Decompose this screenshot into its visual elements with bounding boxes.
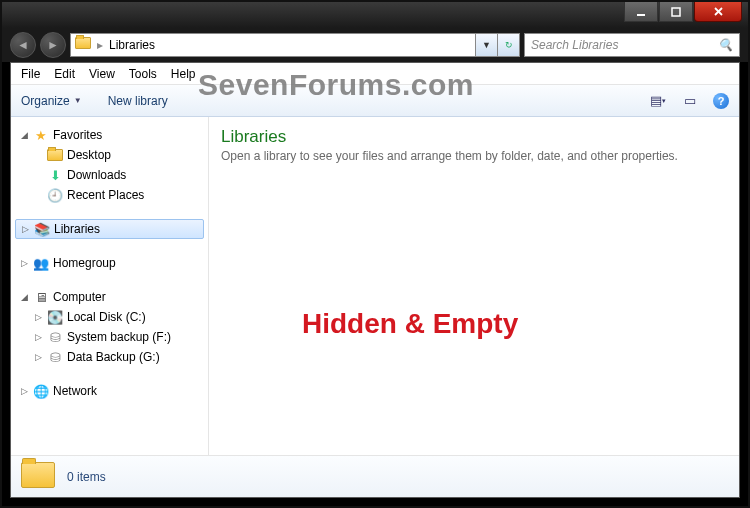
- tree-network[interactable]: ▷🌐Network: [15, 381, 204, 401]
- menu-view[interactable]: View: [89, 67, 115, 81]
- tree-drive-f[interactable]: ▷⛁System backup (F:): [15, 327, 204, 347]
- address-dropdown-button[interactable]: ▼: [476, 33, 498, 57]
- client-area: File Edit View Tools Help Organize▼ New …: [10, 62, 740, 498]
- libraries-icon: [75, 37, 91, 53]
- search-icon: 🔍: [718, 38, 733, 52]
- tree-recent[interactable]: 🕘Recent Places: [15, 185, 204, 205]
- tree-downloads[interactable]: ⬇Downloads: [15, 165, 204, 185]
- content-heading: Libraries: [221, 127, 727, 147]
- tree-favorites[interactable]: ◢★Favorites: [15, 125, 204, 145]
- tree-desktop[interactable]: Desktop: [15, 145, 204, 165]
- titlebar[interactable]: [2, 2, 748, 28]
- refresh-button[interactable]: ↻: [498, 33, 520, 57]
- address-bar[interactable]: ▸ Libraries: [70, 33, 476, 57]
- status-folder-icon: [21, 462, 55, 492]
- status-bar: 0 items: [11, 455, 739, 497]
- organize-button[interactable]: Organize▼: [21, 94, 82, 108]
- explorer-window: ◄ ► ▸ Libraries ▼ ↻ Search Libraries 🔍 F…: [0, 0, 750, 508]
- menu-help[interactable]: Help: [171, 67, 196, 81]
- new-library-button[interactable]: New library: [108, 94, 168, 108]
- close-button[interactable]: [694, 2, 742, 22]
- search-input[interactable]: Search Libraries 🔍: [524, 33, 740, 57]
- tree-homegroup[interactable]: ▷👥Homegroup: [15, 253, 204, 273]
- svg-rect-0: [637, 14, 645, 16]
- menu-bar: File Edit View Tools Help: [11, 63, 739, 85]
- nav-row: ◄ ► ▸ Libraries ▼ ↻ Search Libraries 🔍: [2, 28, 748, 62]
- address-text: Libraries: [109, 38, 155, 52]
- svg-rect-1: [672, 8, 680, 16]
- help-button[interactable]: ?: [713, 93, 729, 109]
- nav-tree[interactable]: ◢★Favorites Desktop ⬇Downloads 🕘Recent P…: [11, 117, 209, 455]
- menu-edit[interactable]: Edit: [54, 67, 75, 81]
- tree-libraries[interactable]: ▷📚Libraries: [15, 219, 204, 239]
- status-item-count: 0 items: [67, 470, 106, 484]
- preview-pane-button[interactable]: ▭: [681, 92, 699, 110]
- back-button[interactable]: ◄: [10, 32, 36, 58]
- minimize-button[interactable]: [624, 2, 658, 22]
- menu-tools[interactable]: Tools: [129, 67, 157, 81]
- forward-button[interactable]: ►: [40, 32, 66, 58]
- body: ◢★Favorites Desktop ⬇Downloads 🕘Recent P…: [11, 117, 739, 455]
- content-subheading: Open a library to see your files and arr…: [221, 149, 727, 163]
- command-bar: Organize▼ New library ▤▾ ▭ ?: [11, 85, 739, 117]
- menu-file[interactable]: File: [21, 67, 40, 81]
- content-pane: Libraries Open a library to see your fil…: [209, 117, 739, 455]
- tree-drive-c[interactable]: ▷💽Local Disk (C:): [15, 307, 204, 327]
- address-bar-wrap: ▸ Libraries ▼ ↻: [70, 33, 520, 57]
- maximize-button[interactable]: [659, 2, 693, 22]
- search-placeholder: Search Libraries: [531, 38, 618, 52]
- view-options-button[interactable]: ▤▾: [649, 92, 667, 110]
- tree-computer[interactable]: ◢🖥Computer: [15, 287, 204, 307]
- tree-drive-g[interactable]: ▷⛁Data Backup (G:): [15, 347, 204, 367]
